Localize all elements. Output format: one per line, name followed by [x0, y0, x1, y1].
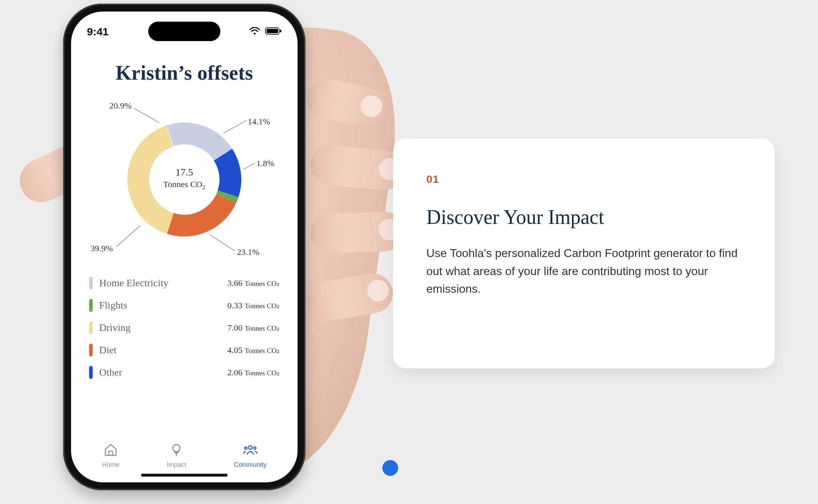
card-body: Use Toohla's personalized Carbon Footpri… — [426, 244, 742, 298]
legend-row: Home Electricity3.66 Tonnes CO₂ — [89, 272, 280, 294]
donut-center-value: 17.5 — [91, 167, 278, 178]
svg-rect-3 — [280, 30, 281, 32]
legend-name: Other — [99, 367, 122, 378]
legend-chip — [89, 366, 93, 379]
slice-label-home-electricity: 20.9% — [109, 101, 132, 111]
slice-label-driving: 39.9% — [91, 244, 113, 253]
legend-chip — [89, 344, 93, 357]
tab-impact-label: Impact — [167, 461, 186, 469]
status-time: 9:41 — [87, 26, 109, 38]
legend-row: Other2.06 Tonnes CO₂ — [89, 361, 280, 384]
community-icon — [243, 443, 258, 459]
legend-chip — [89, 321, 93, 334]
home-indicator — [141, 474, 228, 477]
home-icon — [104, 443, 118, 459]
legend-value: 4.05 Tonnes CO₂ — [227, 345, 280, 355]
page-title: Kristin’s offsets — [87, 61, 282, 84]
tab-home-label: Home — [102, 461, 119, 469]
tab-impact[interactable]: Impact — [167, 443, 186, 469]
card-index: 01 — [426, 173, 742, 185]
legend-value: 0.33 Tonnes CO₂ — [227, 301, 280, 310]
offsets-donut-chart: 17.5 Tonnes CO2 20.9% 14.1% 1.8% 23.1% 3… — [91, 97, 278, 267]
legend-value: 3.66 Tonnes CO₂ — [227, 278, 280, 288]
legend-value: 7.00 Tonnes CO₂ — [227, 323, 280, 333]
legend-chip — [89, 299, 93, 312]
svg-rect-2 — [267, 29, 278, 33]
status-bar: 9:41 — [71, 22, 298, 42]
svg-point-16 — [245, 447, 247, 450]
tree-icon — [169, 443, 184, 459]
battery-icon — [265, 27, 282, 36]
svg-point-17 — [254, 447, 256, 450]
legend-name: Diet — [99, 344, 116, 356]
svg-point-0 — [254, 32, 255, 34]
slice-label-flights: 1.8% — [256, 159, 274, 168]
donut-center-unit: Tonnes CO2 — [91, 180, 278, 191]
tab-home[interactable]: Home — [102, 443, 119, 469]
tab-community-label: Community — [234, 461, 267, 469]
legend-name: Home Electricity — [99, 277, 168, 289]
tab-community[interactable]: Community — [234, 443, 267, 469]
tab-bar: Home Impact Community — [71, 438, 298, 473]
feature-card: 01 Discover Your Impact Use Toohla's per… — [393, 138, 775, 368]
hand-holding-phone: 9:41 Kristin’s offsets — [11, 0, 382, 500]
wifi-icon — [249, 27, 260, 36]
slice-label-other: 14.1% — [248, 117, 270, 127]
legend-name: Flights — [99, 300, 127, 311]
legend-value: 2.06 Tonnes CO₂ — [227, 368, 280, 377]
legend-name: Driving — [99, 322, 131, 333]
legend-row: Driving7.00 Tonnes CO₂ — [89, 317, 280, 339]
pager-dot-active[interactable] — [382, 460, 398, 476]
slice-label-diet: 23.1% — [237, 247, 259, 257]
legend-chip — [89, 277, 93, 289]
svg-point-15 — [249, 446, 252, 449]
iphone-frame: 9:41 Kristin’s offsets — [63, 4, 305, 490]
card-title: Discover Your Impact — [426, 205, 742, 229]
legend: Home Electricity3.66 Tonnes CO₂Flights0.… — [87, 272, 282, 384]
donut-center-text: 17.5 Tonnes CO2 — [91, 167, 278, 191]
legend-row: Diet4.05 Tonnes CO₂ — [89, 339, 280, 361]
phone-screen: 9:41 Kristin’s offsets — [71, 12, 298, 482]
svg-point-14 — [173, 445, 180, 452]
legend-row: Flights0.33 Tonnes CO₂ — [89, 294, 280, 317]
